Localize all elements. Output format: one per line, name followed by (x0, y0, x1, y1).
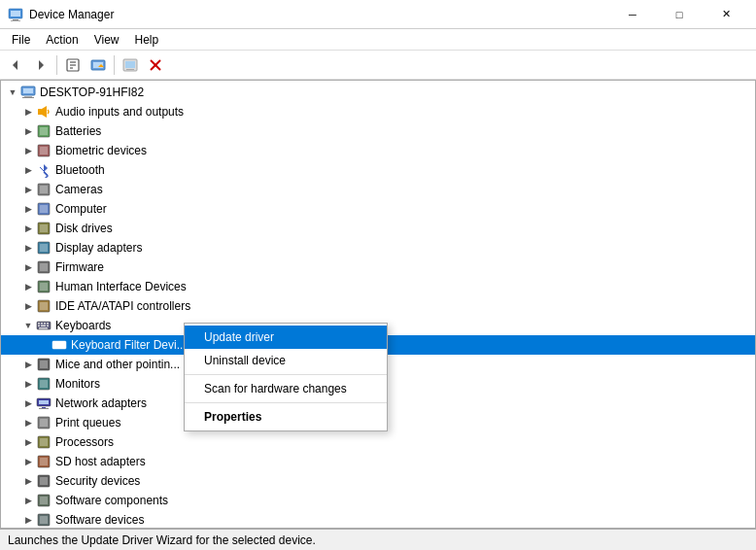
toolbar (0, 51, 756, 80)
menu-item-file[interactable]: File (4, 31, 38, 49)
svg-rect-59 (62, 345, 64, 347)
expand-icon[interactable]: ▶ (20, 201, 36, 217)
camera-icon (36, 182, 52, 197)
remove-device-button[interactable] (144, 53, 167, 77)
expand-icon[interactable]: ▶ (20, 240, 36, 256)
expand-icon[interactable]: ▶ (20, 493, 36, 508)
back-button[interactable] (4, 53, 27, 77)
title-bar: Device Manager ─ □ ✕ (0, 0, 756, 29)
tree-item[interactable]: ▶Human Interface Devices (1, 277, 755, 296)
expand-icon[interactable]: ▶ (20, 279, 36, 294)
expand-icon[interactable]: ▶ (20, 143, 36, 158)
context-menu: Update driverUninstall deviceScan for ha… (184, 323, 388, 431)
menu-item-help[interactable]: Help (127, 31, 167, 49)
expand-icon[interactable]: ▶ (20, 123, 36, 139)
expand-icon[interactable]: ▶ (20, 357, 36, 372)
svg-rect-55 (59, 342, 61, 344)
tree-item[interactable]: ▶Bluetooth (1, 160, 755, 180)
tree-item-label: Keyboards (55, 319, 111, 332)
svg-rect-78 (40, 497, 48, 504)
context-menu-separator (185, 374, 387, 375)
keyboard-icon (36, 318, 52, 333)
svg-rect-40 (40, 283, 48, 291)
maximize-button[interactable]: □ (657, 0, 702, 29)
context-menu-separator (185, 402, 387, 403)
tree-item[interactable]: ▶Software components (1, 491, 755, 510)
tree-item[interactable]: ▶Security devices (1, 471, 755, 491)
expand-icon[interactable]: ▶ (20, 415, 36, 430)
hid-icon (36, 279, 52, 294)
expand-icon[interactable]: ▶ (20, 512, 36, 528)
svg-rect-64 (40, 380, 48, 388)
context-menu-item-uninstall-device[interactable]: Uninstall device (185, 349, 387, 372)
expand-icon[interactable]: ▶ (20, 434, 36, 450)
firmware-icon (36, 259, 52, 275)
tree-item[interactable]: ▶Batteries (1, 121, 755, 141)
tree-item-label: Print queues (55, 416, 120, 430)
status-bar: Launches the Update Driver Wizard for th… (0, 529, 756, 550)
svg-rect-76 (40, 477, 48, 485)
root-expand-icon[interactable]: ▼ (5, 85, 20, 100)
svg-rect-49 (41, 326, 46, 327)
menu-item-view[interactable]: View (86, 31, 127, 49)
tree-item-label: Disk drives (55, 222, 113, 235)
processor-icon (36, 434, 52, 450)
expand-icon[interactable]: ▶ (20, 162, 36, 178)
forward-button[interactable] (29, 53, 52, 77)
tree-item-label: Monitors (55, 377, 100, 391)
expand-icon[interactable]: ▶ (20, 454, 36, 469)
title-left: Device Manager (8, 7, 114, 22)
device-tree[interactable]: ▼ DESKTOP-91HFI82 ▶Audio inputs and outp… (1, 81, 755, 528)
tree-item-label: Security devices (55, 474, 140, 488)
tree-item[interactable]: ▶Cameras (1, 180, 755, 199)
svg-rect-36 (40, 244, 48, 252)
tree-item-label: Cameras (55, 183, 103, 196)
expand-icon[interactable]: ▶ (20, 298, 36, 314)
menu-item-action[interactable]: Action (38, 31, 86, 49)
tree-item[interactable]: ▶Firmware (1, 258, 755, 277)
expand-icon[interactable]: ▶ (20, 473, 36, 489)
tree-item[interactable]: ▶Software devices (1, 510, 755, 528)
svg-rect-32 (40, 205, 48, 213)
expand-icon[interactable]: ▶ (20, 104, 36, 120)
close-button[interactable]: ✕ (704, 0, 748, 29)
tree-item-label: Mice and other pointin... (55, 358, 180, 371)
svg-rect-34 (40, 224, 48, 232)
expand-icon[interactable]: ▶ (20, 182, 36, 197)
expand-icon[interactable] (36, 337, 52, 353)
expand-icon[interactable]: ▶ (20, 221, 36, 236)
expand-icon[interactable]: ▶ (20, 376, 36, 392)
scan-hardware-button[interactable] (119, 53, 142, 77)
expand-icon[interactable]: ▼ (20, 318, 36, 333)
update-driver-button[interactable] (86, 53, 110, 77)
context-menu-item-properties[interactable]: Properties (185, 405, 387, 429)
tree-item[interactable]: ▶Audio inputs and outputs (1, 102, 755, 121)
context-menu-item-update-driver[interactable]: Update driver (185, 326, 387, 349)
expand-icon[interactable]: ▶ (20, 395, 36, 411)
tree-item[interactable]: ▶Biometric devices (1, 141, 755, 160)
expand-icon[interactable]: ▶ (20, 259, 36, 275)
properties-button[interactable] (61, 53, 85, 77)
context-menu-item-scan-for-hardware-changes[interactable]: Scan for hardware changes (185, 377, 387, 400)
svg-rect-14 (125, 61, 135, 68)
toolbar-separator-2 (114, 55, 115, 75)
tree-item[interactable]: ▶Processors (1, 432, 755, 452)
svg-rect-56 (62, 342, 64, 344)
security-icon (36, 473, 52, 489)
svg-rect-47 (47, 323, 49, 325)
tree-item[interactable]: ▶Computer (1, 199, 755, 219)
tree-root[interactable]: ▼ DESKTOP-91HFI82 (1, 83, 755, 102)
network-icon (36, 395, 52, 411)
svg-marker-4 (13, 60, 17, 70)
tree-item[interactable]: ▶SD host adapters (1, 452, 755, 471)
mouse-icon (36, 357, 52, 372)
toolbar-separator-1 (56, 55, 57, 75)
tree-item-label: Keyboard Filter Devi... (71, 338, 187, 352)
tree-item[interactable]: ▶Disk drives (1, 219, 755, 238)
svg-rect-25 (40, 127, 48, 135)
svg-rect-19 (23, 88, 33, 93)
battery-icon (36, 123, 52, 139)
minimize-button[interactable]: ─ (610, 0, 655, 29)
tree-item[interactable]: ▶Display adapters (1, 238, 755, 258)
tree-item[interactable]: ▶IDE ATA/ATAPI controllers (1, 296, 755, 316)
